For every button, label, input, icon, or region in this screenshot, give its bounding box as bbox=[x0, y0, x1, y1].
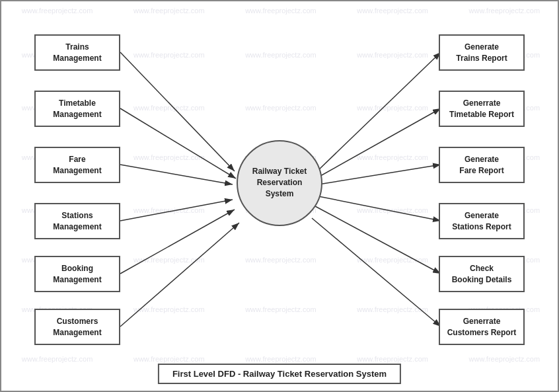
footer-label: First Level DFD - Railway Ticket Reserva… bbox=[158, 364, 401, 384]
box-timetable-mgmt: TimetableManagement bbox=[34, 91, 120, 127]
svg-line-5 bbox=[120, 210, 235, 274]
svg-line-6 bbox=[120, 223, 239, 327]
box-stations-mgmt: StationsManagement bbox=[34, 203, 120, 239]
box-gen-timetable: GenerrateTimetable Report bbox=[439, 91, 525, 127]
svg-line-7 bbox=[317, 52, 441, 171]
box-customers-mgmt: CustomersManagement bbox=[34, 309, 120, 345]
center-circle: Railway Ticket Reservation System bbox=[237, 140, 322, 226]
box-fare-mgmt: FareManagement bbox=[34, 147, 120, 183]
box-booking-mgmt: BookingManagement bbox=[34, 256, 120, 292]
box-gen-trains: GenerateTrains Report bbox=[439, 34, 525, 71]
svg-line-11 bbox=[315, 206, 441, 274]
svg-line-8 bbox=[316, 108, 441, 178]
watermark-row-1: www.freeprojectz.comwww.freeprojectz.com… bbox=[1, 7, 559, 15]
svg-line-2 bbox=[120, 108, 236, 178]
svg-line-4 bbox=[120, 200, 233, 221]
svg-line-3 bbox=[120, 165, 233, 184]
box-gen-customers: GenerrateCustomers Report bbox=[439, 309, 525, 345]
svg-line-12 bbox=[312, 218, 441, 327]
box-trains-mgmt: TrainsManagement bbox=[34, 34, 120, 71]
diagram-area: Railway Ticket Reservation System Trains… bbox=[15, 15, 544, 351]
center-circle-text: Railway Ticket Reservation System bbox=[252, 166, 307, 199]
box-gen-fare: GenerateFare Report bbox=[439, 147, 525, 183]
svg-line-1 bbox=[120, 52, 235, 171]
box-gen-stations: GenerateStations Report bbox=[439, 203, 525, 239]
svg-line-10 bbox=[318, 196, 441, 221]
watermark-row-8: www.freeprojectz.comwww.freeprojectz.com… bbox=[1, 355, 559, 363]
svg-line-9 bbox=[318, 165, 441, 184]
box-check-booking: CheckBooking Details bbox=[439, 256, 525, 292]
main-container: www.freeprojectz.comwww.freeprojectz.com… bbox=[0, 0, 559, 392]
